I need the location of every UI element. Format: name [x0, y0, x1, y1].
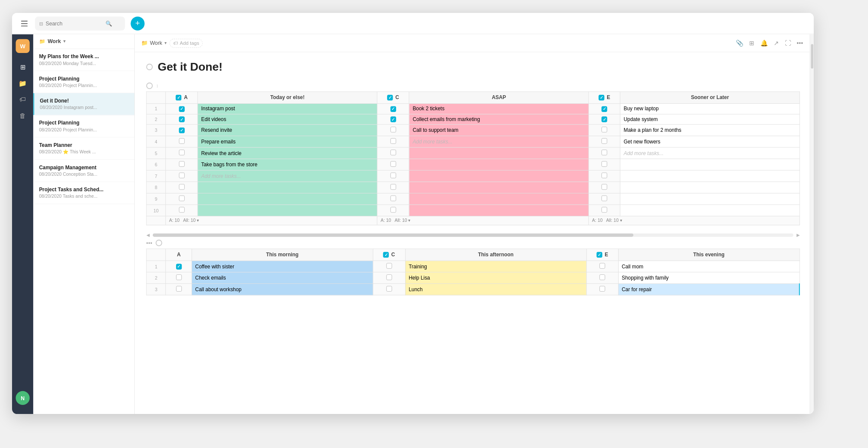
checkbox-e9[interactable] — [601, 196, 607, 201]
cell-a1[interactable] — [166, 103, 198, 114]
footer-all1[interactable]: All: 10 — [183, 218, 195, 223]
cell-e7[interactable] — [589, 170, 620, 182]
section-options[interactable]: ••• — [146, 240, 152, 246]
footer-cell-3[interactable]: A: 10 All: 10 ▾ — [589, 216, 800, 225]
cell-b3[interactable]: Resend invite — [198, 124, 377, 136]
checkbox-c5[interactable] — [390, 149, 396, 155]
checkbox-a2[interactable] — [179, 116, 184, 122]
checkbox-e6[interactable] — [601, 161, 607, 167]
checkbox-e10[interactable] — [601, 207, 607, 212]
note-item-6[interactable]: Campaign Management 08/20/2020 Conceptio… — [33, 160, 134, 182]
checkbox-t2-e3[interactable] — [599, 286, 605, 292]
cell-f10[interactable] — [620, 205, 800, 216]
checkbox-t2-c1[interactable] — [386, 263, 392, 268]
col-c2-header[interactable]: C — [373, 249, 405, 261]
cell-t2-c1[interactable] — [373, 261, 405, 272]
checkbox-t2-a2[interactable] — [176, 274, 182, 280]
cell-c5[interactable] — [377, 147, 409, 159]
user-avatar[interactable]: N — [16, 391, 30, 405]
col-c2-checkbox[interactable] — [383, 252, 389, 258]
checkbox-c10[interactable] — [390, 207, 396, 212]
cell-c2[interactable] — [377, 114, 409, 124]
cell-t2-d2[interactable]: Help Lisa — [405, 272, 586, 284]
cell-e10[interactable] — [589, 205, 620, 216]
col-e2-header[interactable]: E — [586, 249, 618, 261]
cell-t2-a3[interactable] — [166, 283, 192, 295]
cell-t2-b3[interactable]: Call about workshop — [192, 283, 373, 295]
checkbox-a4[interactable] — [179, 138, 184, 144]
cell-e3[interactable] — [589, 124, 620, 136]
cell-a10[interactable] — [166, 205, 198, 216]
cell-f5[interactable]: Add more tasks... — [620, 147, 800, 159]
cell-f4[interactable]: Get new flowers — [620, 136, 800, 147]
attach-button[interactable]: 📎 — [736, 39, 744, 47]
checkbox-a5[interactable] — [179, 149, 184, 155]
cell-b9[interactable] — [198, 193, 377, 205]
cell-t2-d3[interactable]: Lunch — [405, 283, 586, 295]
cell-a7[interactable] — [166, 170, 198, 182]
cell-c9[interactable] — [377, 193, 409, 205]
more-button[interactable]: ••• — [797, 40, 803, 47]
cell-f3[interactable]: Make a plan for 2 months — [620, 124, 800, 136]
cell-t2-c2[interactable] — [373, 272, 405, 284]
checkbox-e1[interactable] — [601, 106, 607, 112]
footer-cell-2[interactable]: A: 10 All: 10 ▾ — [377, 216, 589, 225]
checkbox-a7[interactable] — [179, 173, 184, 178]
cell-t2-e3[interactable] — [586, 283, 618, 295]
cell-a6[interactable] — [166, 159, 198, 171]
checkbox-a6[interactable] — [179, 161, 184, 167]
workspace-avatar[interactable]: W — [16, 39, 30, 53]
checkbox-a3[interactable] — [179, 128, 184, 133]
note-item-2[interactable]: Project Planning 08/20/2020 Project Plan… — [33, 71, 134, 93]
cell-b4[interactable]: Prepare emails — [198, 136, 377, 147]
note-item-3[interactable]: Get it Done! 08/20/2020 Instagram post..… — [33, 93, 134, 115]
col-e-header[interactable]: E — [589, 92, 620, 104]
cell-d2[interactable]: Collect emails from marketing — [409, 114, 589, 124]
checkbox-e5[interactable] — [601, 149, 607, 155]
checkbox-c1[interactable] — [390, 106, 396, 112]
cell-t2-e2[interactable] — [586, 272, 618, 284]
cell-t2-e1[interactable] — [586, 261, 618, 272]
note-item-1[interactable]: My Plans for the Week ... 08/20/2020 Mon… — [33, 49, 134, 71]
cell-t2-b2[interactable]: Check emails — [192, 272, 373, 284]
cell-d10[interactable] — [409, 205, 589, 216]
search-input[interactable] — [46, 20, 103, 26]
bell-button[interactable]: 🔔 — [760, 39, 768, 47]
checkbox-a10[interactable] — [179, 207, 184, 212]
checkbox-c9[interactable] — [390, 196, 396, 201]
cell-e1[interactable] — [589, 103, 620, 114]
right-scrollbar-thumb[interactable] — [811, 44, 813, 68]
checkbox-e8[interactable] — [601, 184, 607, 190]
checkbox-c6[interactable] — [390, 161, 396, 167]
table2-row-select[interactable] — [155, 240, 162, 246]
checkbox-e2[interactable] — [601, 116, 607, 122]
cell-t2-c3[interactable] — [373, 283, 405, 295]
grid-view-button[interactable]: ⊞ — [749, 39, 754, 47]
cell-a8[interactable] — [166, 182, 198, 193]
cell-t2-f3[interactable]: Car for repair — [618, 283, 800, 295]
cell-d8[interactable] — [409, 182, 589, 193]
cell-a5[interactable] — [166, 147, 198, 159]
cell-d5[interactable] — [409, 147, 589, 159]
checkbox-a1[interactable] — [179, 106, 184, 112]
col-e2-checkbox[interactable] — [596, 252, 602, 258]
cell-c10[interactable] — [377, 205, 409, 216]
checkbox-t2-c2[interactable] — [386, 274, 392, 280]
sidebar-icon-tag[interactable]: 🏷 — [16, 92, 30, 107]
cell-t2-f2[interactable]: Shopping with family — [618, 272, 800, 284]
cell-e6[interactable] — [589, 159, 620, 171]
add-tags-button[interactable]: 🏷 Add tags — [170, 38, 203, 47]
cell-c6[interactable] — [377, 159, 409, 171]
cell-e4[interactable] — [589, 136, 620, 147]
checkbox-c4[interactable] — [390, 138, 396, 144]
cell-b10[interactable] — [198, 205, 377, 216]
cell-b7[interactable]: Add more tasks... — [198, 170, 377, 182]
col-a2-header[interactable]: A — [166, 249, 192, 261]
checkbox-a8[interactable] — [179, 184, 184, 190]
cell-c1[interactable] — [377, 103, 409, 114]
checkbox-c8[interactable] — [390, 184, 396, 190]
cell-e2[interactable] — [589, 114, 620, 124]
expand-button[interactable]: ⛶ — [785, 40, 791, 47]
cell-d6[interactable] — [409, 159, 589, 171]
cell-c3[interactable] — [377, 124, 409, 136]
